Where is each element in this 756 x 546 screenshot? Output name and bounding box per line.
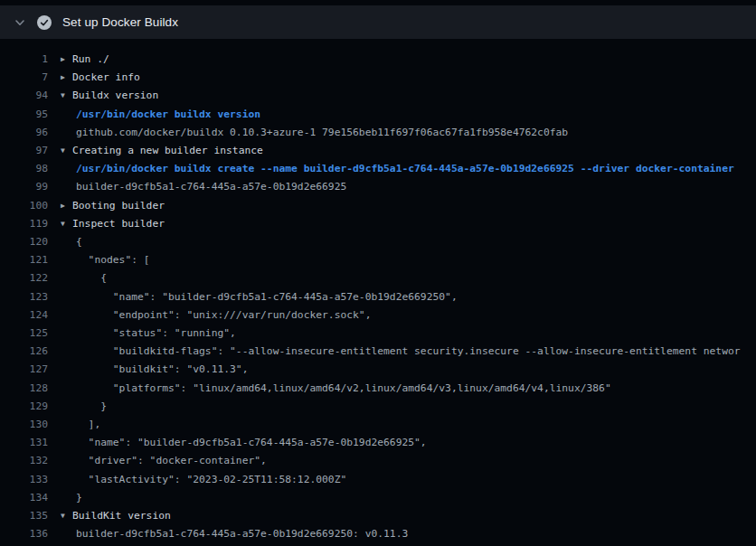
- group-collapsed-icon[interactable]: ▶: [61, 51, 72, 69]
- log-line: 98 /usr/bin/docker buildx create --name …: [0, 160, 756, 178]
- log-text: "buildkit": "v0.11.3",: [76, 361, 248, 379]
- log-line: 130 ],: [0, 416, 756, 434]
- log-text: "platforms": "linux/amd64,linux/amd64/v2…: [76, 380, 611, 398]
- line-number[interactable]: 96: [0, 124, 48, 142]
- log-line: 120 {: [0, 233, 756, 251]
- log-text: Inspect builder: [72, 215, 165, 233]
- log-text: /usr/bin/docker buildx version: [76, 106, 260, 124]
- log-text: builder-d9cfb5a1-c764-445a-a57e-0b19d2e6…: [76, 178, 346, 196]
- check-circle-icon: [37, 15, 52, 30]
- log-line: 126 "buildkitd-flags": "--allow-insecure…: [0, 343, 756, 361]
- line-number[interactable]: 128: [0, 380, 48, 398]
- line-number[interactable]: 134: [0, 489, 48, 507]
- log-text: }: [76, 398, 107, 416]
- group-collapsed-icon[interactable]: ▶: [61, 197, 72, 215]
- line-number[interactable]: 133: [0, 471, 48, 489]
- log-line: 131 "name": "builder-d9cfb5a1-c764-445a-…: [0, 434, 756, 452]
- log-text: "name": "builder-d9cfb5a1-c764-445a-a57e…: [76, 288, 458, 306]
- log-line[interactable]: 100 ▶ Booting builder: [0, 197, 756, 215]
- log-line: 129 }: [0, 398, 756, 416]
- step-title: Set up Docker Buildx: [62, 15, 178, 29]
- line-number[interactable]: 119: [0, 215, 48, 233]
- group-expanded-icon[interactable]: ▼: [61, 87, 72, 105]
- log-line: 95 /usr/bin/docker buildx version: [0, 106, 756, 124]
- line-number[interactable]: 95: [0, 106, 48, 124]
- log-line: 124 "endpoint": "unix:///var/run/docker.…: [0, 306, 756, 325]
- log-line: 136 builder-d9cfb5a1-c764-445a-a57e-0b19…: [0, 525, 756, 543]
- log-text: ],: [76, 416, 100, 434]
- log-text: "lastActivity": "2023-02-25T11:58:12.000…: [76, 471, 346, 489]
- log-text: "endpoint": "unix:///var/run/docker.sock…: [76, 306, 371, 325]
- line-number[interactable]: 99: [0, 178, 48, 196]
- line-number[interactable]: 132: [0, 452, 48, 470]
- log-text: Creating a new builder instance: [72, 142, 263, 160]
- log-text: github.com/docker/buildx 0.10.3+azure-1 …: [76, 124, 568, 142]
- line-number[interactable]: 136: [0, 525, 48, 543]
- line-number[interactable]: 1: [0, 51, 48, 69]
- log-text: /usr/bin/docker buildx create --name bui…: [76, 160, 734, 178]
- line-number[interactable]: 130: [0, 416, 48, 434]
- line-number[interactable]: 122: [0, 269, 48, 287]
- line-number[interactable]: 124: [0, 306, 48, 325]
- line-number[interactable]: 97: [0, 142, 48, 160]
- log-text: "status": "running",: [76, 325, 236, 343]
- log-line[interactable]: 1 ▶ Run ./: [0, 51, 756, 69]
- log-line: 125 "status": "running",: [0, 325, 756, 343]
- step-header[interactable]: Set up Docker Buildx: [0, 5, 756, 39]
- line-number[interactable]: 94: [0, 87, 48, 105]
- log-line: 99 builder-d9cfb5a1-c764-445a-a57e-0b19d…: [0, 178, 756, 196]
- line-number[interactable]: 129: [0, 398, 48, 416]
- log-text: Booting builder: [72, 197, 165, 215]
- log-line[interactable]: 135 ▼ BuildKit version: [0, 507, 756, 525]
- line-number[interactable]: 100: [0, 197, 48, 215]
- log-line: 127 "buildkit": "v0.11.3",: [0, 361, 756, 379]
- log-line: 132 "driver": "docker-container",: [0, 452, 756, 470]
- log-line: 133 "lastActivity": "2023-02-25T11:58:12…: [0, 471, 756, 489]
- log-line: 123 "name": "builder-d9cfb5a1-c764-445a-…: [0, 288, 756, 306]
- log-text: {: [76, 233, 82, 251]
- group-expanded-icon[interactable]: ▼: [61, 215, 72, 233]
- log-text: builder-d9cfb5a1-c764-445a-a57e-0b19d2e6…: [76, 525, 408, 543]
- log-text: Docker info: [72, 69, 140, 87]
- line-number[interactable]: 121: [0, 251, 48, 269]
- line-number[interactable]: 7: [0, 69, 48, 87]
- line-number[interactable]: 126: [0, 343, 48, 361]
- log-text: "buildkitd-flags": "--allow-insecure-ent…: [76, 343, 741, 361]
- log-line: 122 {: [0, 269, 756, 287]
- log-text: Run ./: [72, 51, 109, 69]
- chevron-down-icon[interactable]: [14, 17, 25, 28]
- line-number[interactable]: 120: [0, 233, 48, 251]
- log-text: "name": "builder-d9cfb5a1-c764-445a-a57e…: [76, 434, 427, 452]
- log-text: {: [76, 269, 107, 287]
- log-line: 134 }: [0, 489, 756, 507]
- log-line[interactable]: 94 ▼ Buildx version: [0, 87, 756, 105]
- line-number[interactable]: 125: [0, 325, 48, 343]
- group-collapsed-icon[interactable]: ▶: [61, 69, 72, 87]
- log-text: Buildx version: [72, 87, 158, 105]
- log-text: "nodes": [: [76, 251, 150, 269]
- line-number[interactable]: 127: [0, 361, 48, 379]
- line-number[interactable]: 123: [0, 288, 48, 306]
- group-expanded-icon[interactable]: ▼: [61, 507, 72, 525]
- line-number[interactable]: 135: [0, 507, 48, 525]
- log-text: "driver": "docker-container",: [76, 452, 267, 470]
- log-line[interactable]: 7 ▶ Docker info: [0, 69, 756, 87]
- log-text: BuildKit version: [72, 507, 171, 525]
- log-text: }: [76, 489, 82, 507]
- line-number[interactable]: 98: [0, 160, 48, 178]
- log-line[interactable]: 119 ▼ Inspect builder: [0, 215, 756, 233]
- log-line: 128 "platforms": "linux/amd64,linux/amd6…: [0, 380, 756, 398]
- group-expanded-icon[interactable]: ▼: [61, 142, 72, 160]
- log-line[interactable]: 97 ▼ Creating a new builder instance: [0, 142, 756, 160]
- log-container: 1 ▶ Run ./ 7 ▶ Docker info 94 ▼ Buildx v…: [0, 39, 756, 543]
- log-line: 96 github.com/docker/buildx 0.10.3+azure…: [0, 124, 756, 142]
- line-number[interactable]: 131: [0, 434, 48, 452]
- log-line: 121 "nodes": [: [0, 251, 756, 269]
